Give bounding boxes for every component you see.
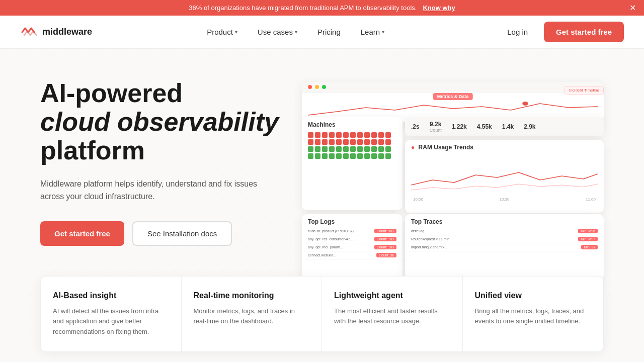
stat-value: 2.9k [524, 123, 535, 130]
machine-dot [336, 146, 342, 152]
traces-title: Top Traces [405, 214, 604, 227]
machine-dot [385, 139, 391, 145]
machine-dot [308, 146, 313, 152]
installation-docs-button[interactable]: See Installation docs [132, 221, 232, 246]
machine-dot [322, 139, 328, 145]
machine-dot [378, 146, 384, 152]
log-badge: Count: 3k [376, 253, 396, 257]
machine-dot [378, 139, 384, 145]
navigation: middleware Product ▾ Use cases ▾ Pricing… [0, 16, 644, 49]
log-badge: Count: 183 [374, 237, 396, 241]
machine-dot [378, 132, 384, 138]
machine-dot [357, 153, 363, 159]
feature-desc: Monitor metrics, logs, and traces in rea… [194, 306, 310, 327]
window-dot-red [308, 85, 312, 89]
nav-pricing[interactable]: Pricing [309, 24, 349, 40]
machine-dot [315, 132, 320, 138]
features-section: AI-Based insight AI will detect all the … [0, 266, 644, 362]
login-button[interactable]: Log in [499, 24, 536, 40]
machine-dot [364, 132, 370, 138]
panel-header [302, 82, 604, 93]
machine-dot [350, 146, 356, 152]
chevron-down-icon: ▾ [295, 29, 297, 35]
machine-dot [329, 146, 335, 152]
machine-dot [315, 153, 320, 159]
logo-icon [20, 26, 38, 38]
machine-dot [385, 153, 391, 159]
svg-point-0 [522, 102, 528, 106]
stat-item: 1.22k [452, 123, 467, 130]
logo-link[interactable]: middleware [20, 26, 92, 38]
window-dot-yellow [315, 85, 319, 89]
machine-dot [357, 139, 363, 145]
machine-dot [308, 153, 313, 159]
get-started-button[interactable]: Get started free [544, 22, 624, 42]
machine-dot [315, 139, 320, 145]
machines-panel: Machines [302, 117, 403, 210]
trace-row: write log Min: M96 [405, 227, 604, 235]
stat-value: .2s [411, 123, 420, 130]
machine-dot [343, 139, 349, 145]
ram-panel-title: ● RAM Usage Trends [411, 144, 598, 151]
feature-title: Lightweight agent [334, 291, 450, 301]
stat-item: 1.4k [502, 123, 514, 130]
trace-badge: Min: M97 [578, 237, 598, 241]
machines-title: Machines [302, 117, 403, 130]
machine-dot [315, 146, 320, 152]
feature-card-realtime: Real-time monitoring Monitor metrics, lo… [182, 277, 323, 351]
feature-card-unified: Unified view Bring all the metrics, logs… [463, 277, 604, 351]
stat-item: 9.2k Count [430, 121, 442, 133]
chevron-down-icon: ▾ [382, 29, 384, 35]
features-grid: AI-Based insight AI will detect all the … [40, 276, 604, 352]
ram-chart-svg [411, 155, 598, 195]
machine-dot [336, 153, 342, 159]
log-row: flush_to_product (PPO=0.87)... Count: 38… [302, 227, 403, 235]
hero-title: AI-powered cloud observability platform [40, 79, 282, 165]
feature-desc: Bring all the metrics, logs, traces, and… [475, 306, 592, 327]
machine-dot [329, 132, 335, 138]
nav-links: Product ▾ Use cases ▾ Pricing Learn ▾ [199, 24, 392, 40]
ram-panel-inner: ● RAM Usage Trends 10:00 10:30 11:00 [405, 140, 604, 206]
announcement-cta[interactable]: Know why [423, 4, 455, 12]
trace-row: import.mhq.2.dhemrk... Min: 3k [405, 243, 604, 251]
nav-use-cases[interactable]: Use cases ▾ [250, 24, 305, 40]
feature-title: Real-time monitoring [194, 291, 310, 301]
trace-row: RouterRequest < 11 min Min: M97 [405, 235, 604, 243]
machine-dot [350, 139, 356, 145]
machine-dot [371, 139, 377, 145]
stats-panel: .2s 9.2k Count 1.22k 4.55k 1.4k 2.9k [405, 117, 604, 136]
machine-dot [385, 146, 391, 152]
announcement-text: 36% of organizations have migrated from … [189, 4, 417, 12]
machine-dot [322, 146, 328, 152]
stat-item: .2s [411, 123, 420, 130]
stat-item: 2.9k [524, 123, 535, 130]
machine-dot [336, 132, 342, 138]
trace-badge: Min: 3k [581, 245, 598, 249]
machine-dot [322, 153, 328, 159]
machine-dot [350, 153, 356, 159]
machine-dot [357, 132, 363, 138]
log-badge: Count: 383 [374, 229, 396, 233]
machine-dot [371, 153, 377, 159]
stat-value: 1.22k [452, 123, 467, 130]
ram-panel: ● RAM Usage Trends 10:00 10:30 11:00 [405, 140, 604, 213]
incident-tag: Incident Timeline [565, 86, 604, 95]
hero-dashboard: Metrics & Data Incident Timeline Machine… [302, 82, 604, 243]
hero-subtitle: Middleware platform helps identify, unde… [40, 177, 282, 203]
hero-cta-button[interactable]: Get started free [40, 221, 124, 246]
stat-value: 4.55k [477, 123, 492, 130]
dashboard-container: Metrics & Data Incident Timeline Machine… [302, 82, 604, 243]
machine-dot [336, 139, 342, 145]
nav-product[interactable]: Product ▾ [199, 24, 246, 40]
machines-grid [302, 130, 403, 163]
ram-icon: ● [411, 144, 415, 151]
trace-badge: Min: M96 [578, 229, 598, 233]
nav-learn[interactable]: Learn ▾ [353, 24, 392, 40]
machine-dot [329, 153, 335, 159]
stat-value: 1.4k [502, 123, 514, 130]
metrics-tag: Metrics & Data [433, 93, 473, 100]
machine-dot [385, 132, 391, 138]
log-badge: Count: 183 [374, 245, 396, 249]
close-announcement-button[interactable]: ✕ [629, 4, 636, 12]
logo-text: middleware [42, 27, 92, 37]
